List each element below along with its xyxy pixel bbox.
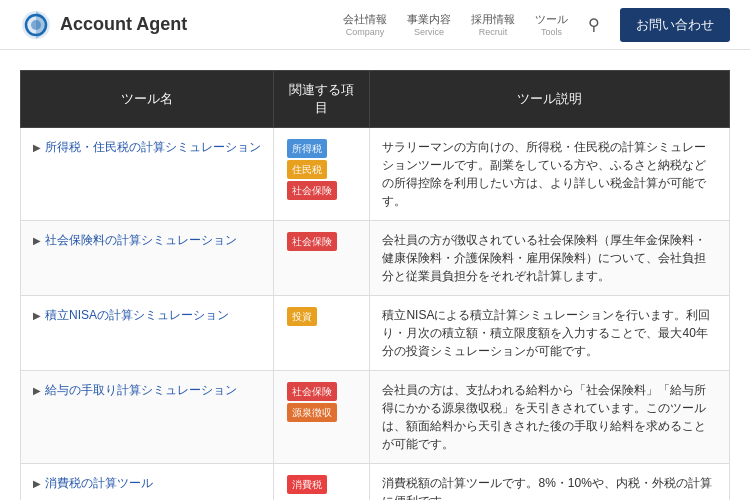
tag-badge: 投資 bbox=[287, 307, 317, 326]
tool-name-link[interactable]: 積立NISAの計算シミュレーション bbox=[45, 308, 229, 322]
tool-name-cell: ▶所得税・住民税の計算シミュレーション bbox=[21, 128, 274, 221]
table-row: ▶社会保険料の計算シミュレーション社会保険会社員の方が徴収されている社会保険料（… bbox=[21, 221, 730, 296]
logo-icon bbox=[20, 9, 52, 41]
tools-table: ツール名 関連する項目 ツール説明 ▶所得税・住民税の計算シミュレーション所得税… bbox=[20, 70, 730, 500]
col-header-tags: 関連する項目 bbox=[274, 71, 370, 128]
table-row: ▶給与の手取り計算シミュレーション社会保険源泉徴収会社員の方は、支払われる給料か… bbox=[21, 371, 730, 464]
logo-area: Account Agent bbox=[20, 9, 187, 41]
tag-badge: 住民税 bbox=[287, 160, 327, 179]
nav-company[interactable]: 会社情報 Company bbox=[343, 12, 387, 37]
nav-recruit[interactable]: 採用情報 Recruit bbox=[471, 12, 515, 37]
contact-button[interactable]: お問い合わせ bbox=[620, 8, 730, 42]
tool-desc-cell: サラリーマンの方向けの、所得税・住民税の計算シミュレーションツールです。副業をし… bbox=[370, 128, 730, 221]
tags-cell: 消費税 bbox=[274, 464, 370, 501]
tag-badge: 社会保険 bbox=[287, 382, 337, 401]
col-header-desc: ツール説明 bbox=[370, 71, 730, 128]
nav-area: 会社情報 Company 事業内容 Service 採用情報 Recruit ツ… bbox=[343, 8, 730, 42]
arrow-icon: ▶ bbox=[33, 235, 41, 246]
tool-name-cell: ▶積立NISAの計算シミュレーション bbox=[21, 296, 274, 371]
tag-badge: 消費税 bbox=[287, 475, 327, 494]
tags-cell: 所得税住民税社会保険 bbox=[274, 128, 370, 221]
tool-desc-cell: 積立NISAによる積立計算シミュレーションを行います。利回り・月次の積立額・積立… bbox=[370, 296, 730, 371]
tool-desc-cell: 消費税額の計算ツールです。8%・10%や、内税・外税の計算に便利です。 bbox=[370, 464, 730, 501]
tool-name-link[interactable]: 給与の手取り計算シミュレーション bbox=[45, 383, 237, 397]
table-row: ▶積立NISAの計算シミュレーション投資積立NISAによる積立計算シミュレーショ… bbox=[21, 296, 730, 371]
tags-cell: 投資 bbox=[274, 296, 370, 371]
tag-badge: 所得税 bbox=[287, 139, 327, 158]
tag-badge: 社会保険 bbox=[287, 181, 337, 200]
arrow-icon: ▶ bbox=[33, 478, 41, 489]
tag-badge: 源泉徴収 bbox=[287, 403, 337, 422]
tool-name-cell: ▶給与の手取り計算シミュレーション bbox=[21, 371, 274, 464]
logo-text: Account Agent bbox=[60, 14, 187, 35]
col-header-name: ツール名 bbox=[21, 71, 274, 128]
arrow-icon: ▶ bbox=[33, 385, 41, 396]
main-content: ツール名 関連する項目 ツール説明 ▶所得税・住民税の計算シミュレーション所得税… bbox=[0, 70, 750, 500]
arrow-icon: ▶ bbox=[33, 310, 41, 321]
tool-desc-cell: 会社員の方は、支払われる給料から「社会保険料」「給与所得にかかる源泉徴収税」を天… bbox=[370, 371, 730, 464]
table-row: ▶所得税・住民税の計算シミュレーション所得税住民税社会保険サラリーマンの方向けの… bbox=[21, 128, 730, 221]
search-icon[interactable]: ⚲ bbox=[588, 15, 600, 34]
arrow-icon: ▶ bbox=[33, 142, 41, 153]
tool-name-cell: ▶消費税の計算ツール bbox=[21, 464, 274, 501]
tool-desc-cell: 会社員の方が徴収されている社会保険料（厚生年金保険料・健康保険料・介護保険料・雇… bbox=[370, 221, 730, 296]
tags-cell: 社会保険源泉徴収 bbox=[274, 371, 370, 464]
nav-service[interactable]: 事業内容 Service bbox=[407, 12, 451, 37]
tool-name-link[interactable]: 消費税の計算ツール bbox=[45, 476, 153, 490]
header: Account Agent 会社情報 Company 事業内容 Service … bbox=[0, 0, 750, 50]
tool-name-cell: ▶社会保険料の計算シミュレーション bbox=[21, 221, 274, 296]
nav-tools[interactable]: ツール Tools bbox=[535, 12, 568, 37]
table-row: ▶消費税の計算ツール消費税消費税額の計算ツールです。8%・10%や、内税・外税の… bbox=[21, 464, 730, 501]
tags-cell: 社会保険 bbox=[274, 221, 370, 296]
tool-name-link[interactable]: 社会保険料の計算シミュレーション bbox=[45, 233, 237, 247]
tool-name-link[interactable]: 所得税・住民税の計算シミュレーション bbox=[45, 140, 261, 154]
tag-badge: 社会保険 bbox=[287, 232, 337, 251]
